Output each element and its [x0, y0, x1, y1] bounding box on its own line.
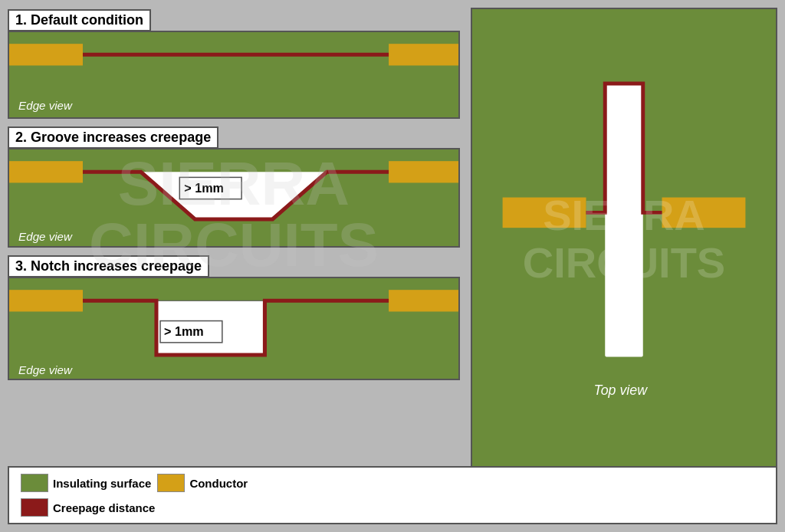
svg-rect-16 [503, 198, 586, 228]
legend-conductor: Conductor [157, 474, 248, 492]
svg-rect-10 [9, 290, 83, 311]
svg-text:> 1mm: > 1mm [184, 181, 224, 195]
svg-text:Top view: Top view [593, 383, 648, 398]
diagram-1-svg: Edge view [9, 32, 458, 121]
legend-insulating-surface: Insulating surface [21, 474, 151, 492]
conductor-swatch [157, 474, 185, 492]
legend-creepage: Creepage distance [21, 498, 764, 517]
diagram-1-wrapper: 1. Default condition Edge view [8, 31, 460, 119]
diagram-2-wrapper: 2. Groove increases creepage > 1mm Edge … [8, 148, 460, 248]
svg-rect-17 [662, 198, 746, 228]
slot-diagram-svg: Top view [472, 9, 776, 469]
insulating-surface-swatch [21, 474, 48, 492]
svg-rect-0 [9, 44, 83, 65]
conductor-label: Conductor [189, 477, 248, 490]
diagram-2-label: 2. Groove increases creepage [8, 126, 218, 149]
legend: Insulating surface Conductor Creepage di… [8, 466, 777, 524]
creepage-label: Creepage distance [53, 501, 155, 514]
svg-text:Edge view: Edge view [18, 230, 73, 243]
creepage-swatch [21, 498, 48, 517]
svg-text:> 1mm: > 1mm [164, 324, 204, 338]
left-panel: 1. Default condition Edge view 2. Groove… [8, 8, 460, 380]
diagram-2-svg: > 1mm Edge view [9, 149, 458, 250]
svg-rect-5 [389, 161, 458, 182]
diagram-3-label: 3. Notch increases creepage [8, 255, 209, 277]
diagram-1-box: Edge view [8, 31, 460, 119]
slot-diagram-container: SIERRA CIRCUITS Top view [471, 8, 777, 471]
svg-rect-11 [389, 290, 458, 311]
svg-rect-1 [389, 44, 458, 65]
diagram-3-wrapper: 3. Notch increases creepage > 1mm Edge v… [8, 277, 460, 380]
diagram-1-label: 1. Default condition [8, 9, 151, 31]
insulating-surface-label: Insulating surface [53, 477, 151, 490]
svg-rect-18 [605, 84, 643, 356]
svg-text:Edge view: Edge view [18, 363, 73, 376]
right-panel: SIERRA CIRCUITS Top view [471, 8, 777, 471]
diagram-3-box: > 1mm Edge view [8, 277, 460, 380]
svg-rect-4 [9, 161, 83, 182]
svg-text:Edge view: Edge view [18, 99, 73, 112]
main-container: 1. Default condition Edge view 2. Groove… [0, 0, 785, 532]
diagram-3-svg: > 1mm Edge view [9, 278, 458, 383]
diagram-2-box: > 1mm Edge view [8, 148, 460, 248]
